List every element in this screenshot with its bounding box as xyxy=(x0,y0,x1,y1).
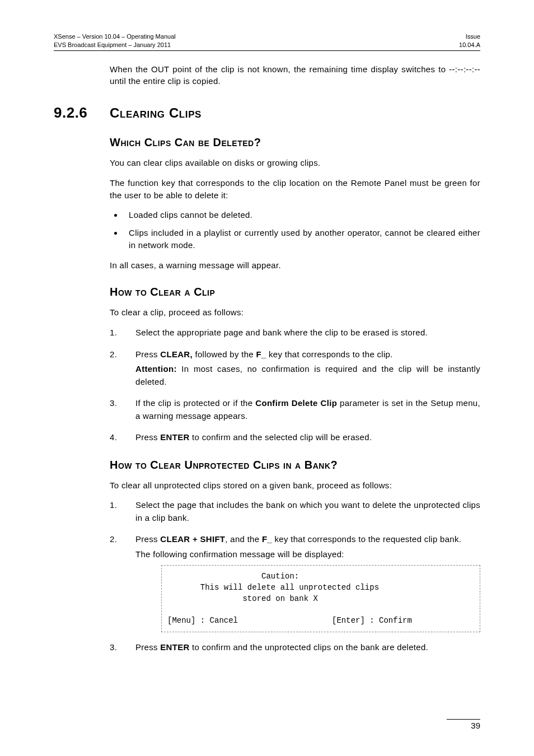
step-text-part: Press xyxy=(135,432,160,442)
section-title: Clearing Clips xyxy=(110,105,202,121)
step-text-bold: F_ xyxy=(256,349,266,359)
header-right: Issue 10.04.A xyxy=(459,32,480,49)
header-issue-label: Issue xyxy=(466,33,480,40)
step-text-bold: CLEAR + SHIFT xyxy=(160,534,225,544)
sub2-steps: Select the appropriate page and bank whe… xyxy=(110,326,480,444)
attention-label: Attention: xyxy=(135,364,177,374)
section-number: 9.2.6 xyxy=(54,104,110,122)
step-item: Select the page that includes the bank o… xyxy=(110,499,480,524)
step-text-part: followed by the xyxy=(193,349,256,359)
sub3-intro: To clear all unprotected clips stored on… xyxy=(110,479,480,492)
subheading-how-to-clear: How to Clear a Clip xyxy=(110,286,480,298)
header-left: XSense – Version 10.04 – Operating Manua… xyxy=(54,32,176,49)
step-text-part: If the clip is protected or if the xyxy=(135,398,255,408)
sub1-p3: In all cases, a warning message will app… xyxy=(110,259,480,272)
section-heading-row: 9.2.6 Clearing Clips xyxy=(54,104,480,122)
sub1-p2: The function key that corresponds to the… xyxy=(110,177,480,202)
step-text-part: key that corresponds to the clip. xyxy=(266,349,393,359)
intro-block: When the OUT point of the clip is not kn… xyxy=(110,63,480,88)
attention-text: In most cases, no confirmation is requir… xyxy=(135,364,480,386)
step-text-part: Press xyxy=(135,349,160,359)
step-text-part: , and the xyxy=(225,534,262,544)
step-text-part: Press xyxy=(135,642,160,652)
sub1-p1: You can clear clips available on disks o… xyxy=(110,157,480,169)
list-item: Clips included in a playlist or currentl… xyxy=(123,227,480,251)
step-text-bold: F_ xyxy=(262,534,272,544)
step-item: Select the appropriate page and bank whe… xyxy=(110,326,480,339)
step-text-part: to confirm and the unprotected clips on … xyxy=(190,642,428,652)
header-product-line: XSense – Version 10.04 – Operating Manua… xyxy=(54,33,176,40)
step-item: Press ENTER to confirm and the selected … xyxy=(110,431,480,444)
step-text-bold: CLEAR, xyxy=(160,349,193,359)
sub2-intro: To clear a clip, proceed as follows: xyxy=(110,306,480,319)
sub1-bullet-list: Loaded clips cannot be deleted. Clips in… xyxy=(110,209,480,251)
page: XSense – Version 10.04 – Operating Manua… xyxy=(0,0,534,756)
header-company-line: EVS Broadcast Equipment – January 2011 xyxy=(54,41,171,48)
header-issue-number: 10.04.A xyxy=(459,41,480,48)
page-header: XSense – Version 10.04 – Operating Manua… xyxy=(54,32,480,51)
step-text-bold: Confirm Delete Clip xyxy=(255,398,337,408)
step-item: Press CLEAR, followed by the F_ key that… xyxy=(110,348,480,389)
sub3-steps: Select the page that includes the bank o… xyxy=(110,499,480,654)
subheading-which-clips: Which Clips Can be Deleted? xyxy=(110,136,480,149)
step-continuation: The following confirmation message will … xyxy=(135,548,480,561)
step-text: Select the appropriate page and bank whe… xyxy=(135,328,428,337)
step-text-bold: ENTER xyxy=(160,642,189,652)
step-item: If the clip is protected or if the Confi… xyxy=(110,397,480,422)
caution-box: Caution: This will delete all unprotecte… xyxy=(161,565,480,632)
step-text-part: Press xyxy=(135,534,160,544)
page-number: 39 xyxy=(447,719,480,730)
step-item: Press CLEAR + SHIFT, and the F_ key that… xyxy=(110,533,480,632)
step-text-bold: ENTER xyxy=(160,432,189,442)
step-text: Select the page that includes the bank o… xyxy=(135,500,480,522)
step-text-part: to confirm and the selected clip will be… xyxy=(190,432,372,442)
step-text-part: key that corresponds to the requested cl… xyxy=(272,534,461,544)
step-attention: Attention: In most cases, no confirmatio… xyxy=(135,363,480,388)
list-item: Loaded clips cannot be deleted. xyxy=(123,209,480,221)
intro-paragraph: When the OUT point of the clip is not kn… xyxy=(110,63,480,88)
subheading-clear-unprotected: How to Clear Unprotected Clips in a Bank… xyxy=(110,459,480,472)
step-item: Press ENTER to confirm and the unprotect… xyxy=(110,641,480,654)
section-body: Which Clips Can be Deleted? You can clea… xyxy=(110,136,480,654)
